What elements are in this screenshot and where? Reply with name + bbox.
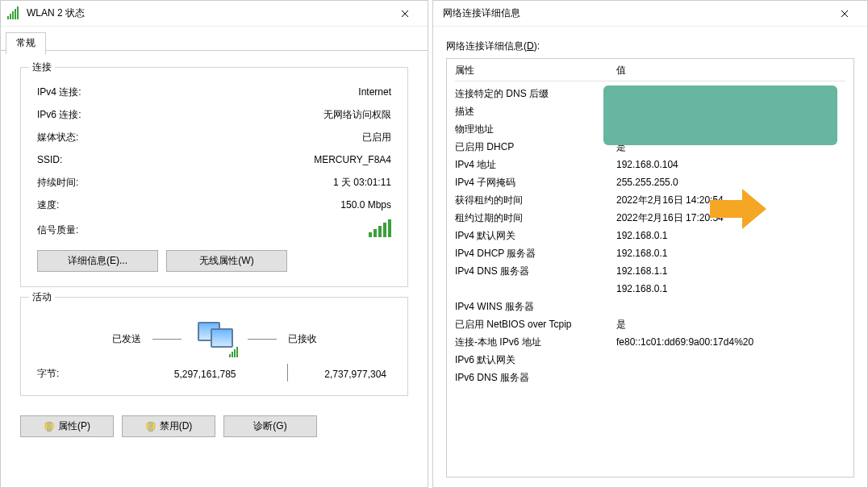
ipv6-conn-label: IPv6 连接: — [37, 105, 81, 124]
group-title: 连接 — [29, 60, 55, 74]
prop-value: 192.168.1.1 — [616, 262, 845, 280]
prop-value — [616, 298, 845, 315]
prop-label: 连接特定的 DNS 后缀 — [455, 85, 616, 102]
ssid-label: SSID: — [37, 150, 62, 169]
speed-value: 150.0 Mbps — [340, 195, 391, 215]
svg-marker-0 — [710, 189, 766, 229]
received-label: 已接收 — [288, 332, 317, 346]
prop-value — [616, 351, 845, 369]
column-value[interactable]: 值 — [616, 64, 845, 77]
wireless-properties-button[interactable]: 无线属性(W) — [166, 250, 287, 272]
prop-value: 192.168.0.104 — [616, 156, 845, 173]
prop-value: 192.168.0.1 — [616, 280, 845, 298]
ssid-value: MERCURY_F8A4 — [314, 150, 391, 169]
prop-value: 192.168.0.1 — [616, 227, 845, 244]
details-button[interactable]: 详细信息(E)... — [37, 250, 158, 272]
ipv6-conn-value: 无网络访问权限 — [323, 105, 391, 124]
window-title: 网络连接详细信息 — [443, 6, 827, 20]
subheader-text: ): — [534, 40, 540, 52]
prop-label: IPv4 DNS 服务器 — [455, 262, 616, 280]
sent-label: 已发送 — [112, 332, 141, 346]
dash-line — [152, 339, 182, 340]
prop-label: IPv4 子网掩码 — [455, 173, 616, 191]
duration-value: 1 天 03:01:11 — [333, 173, 391, 192]
bytes-sent-value: 5,297,161,785 — [118, 369, 269, 380]
titlebar: 网络连接详细信息 — [433, 1, 867, 27]
prop-label: 描述 — [455, 102, 616, 120]
prop-label: IPv4 WINS 服务器 — [455, 298, 616, 315]
prop-label: IPv4 DHCP 服务器 — [455, 244, 616, 262]
tab-general[interactable]: 常规 — [6, 32, 46, 55]
signal-quality-label: 信号质量: — [37, 223, 78, 237]
media-state-value: 已启用 — [362, 127, 391, 147]
shield-icon — [44, 421, 55, 432]
prop-label: IPv6 DNS 服务器 — [455, 369, 616, 386]
disable-label: 禁用(D) — [160, 419, 193, 433]
network-details-window: 网络连接详细信息 网络连接详细信息(D): 属性 值 连接特定的 DNS 后缀 … — [432, 0, 868, 488]
bytes-label: 字节: — [37, 367, 118, 381]
titlebar: WLAN 2 状态 — [1, 1, 428, 27]
prop-value — [616, 369, 845, 386]
prop-label: 连接-本地 IPv6 地址 — [455, 333, 616, 351]
prop-value: 是 — [616, 315, 845, 333]
connection-group: 连接 IPv4 连接:Internet IPv6 连接:无网络访问权限 媒体状态… — [20, 67, 408, 287]
prop-label: 已启用 DHCP — [455, 138, 616, 156]
tab-strip: 常规 — [1, 27, 428, 51]
prop-value: 192.168.0.1 — [616, 244, 845, 262]
prop-label: IPv4 地址 — [455, 156, 616, 173]
tab-body: 连接 IPv4 连接:Internet IPv6 连接:无网络访问权限 媒体状态… — [1, 51, 428, 447]
window-title: WLAN 2 状态 — [27, 6, 387, 20]
diagnose-button[interactable]: 诊断(G) — [223, 415, 317, 437]
prop-label: 获得租约的时间 — [455, 191, 616, 209]
activity-group: 活动 已发送 已接收 字节: 5,297,161,785 2,737,977,3… — [20, 297, 408, 396]
prop-label: 租约过期的时间 — [455, 209, 616, 227]
divider — [287, 364, 288, 382]
subheader-text: 网络连接详细信息( — [446, 40, 527, 52]
network-computers-icon — [193, 322, 236, 356]
speed-label: 速度: — [37, 195, 59, 215]
redaction-overlay — [603, 86, 837, 145]
wifi-signal-icon — [7, 6, 22, 21]
prop-label: 已启用 NetBIOS over Tcpip — [455, 315, 616, 333]
properties-label: 属性(P) — [58, 419, 90, 433]
diagnose-label: 诊断(G) — [253, 419, 286, 433]
listview-header: 属性 值 — [455, 64, 845, 81]
subheader-hotkey: D — [527, 40, 534, 52]
prop-label — [455, 280, 616, 298]
group-title: 活动 — [29, 290, 55, 304]
ipv4-conn-label: IPv4 连接: — [37, 82, 81, 102]
ipv4-conn-value: Internet — [358, 82, 391, 102]
prop-label: 物理地址 — [455, 120, 616, 138]
prop-value: fe80::1c01:dd69:9a00:17d4%20 — [616, 333, 845, 351]
prop-label: IPv4 默认网关 — [455, 227, 616, 244]
duration-label: 持续时间: — [37, 173, 78, 192]
details-subheader: 网络连接详细信息(D): — [446, 40, 854, 53]
close-icon[interactable] — [387, 2, 423, 25]
prop-label: IPv6 默认网关 — [455, 351, 616, 369]
wlan-status-window: WLAN 2 状态 常规 连接 IPv4 连接:Internet IPv6 连接… — [0, 0, 428, 488]
arrow-annotation-icon — [710, 189, 766, 229]
dash-line — [248, 339, 277, 340]
media-state-label: 媒体状态: — [37, 127, 78, 147]
properties-button[interactable]: 属性(P) — [20, 415, 114, 437]
disable-button[interactable]: 禁用(D) — [122, 415, 215, 437]
shield-icon — [145, 421, 156, 432]
bottom-buttons: 属性(P) 禁用(D) 诊断(G) — [20, 415, 408, 437]
column-property[interactable]: 属性 — [455, 64, 616, 77]
signal-quality-icon — [369, 219, 391, 237]
close-icon[interactable] — [827, 2, 862, 25]
